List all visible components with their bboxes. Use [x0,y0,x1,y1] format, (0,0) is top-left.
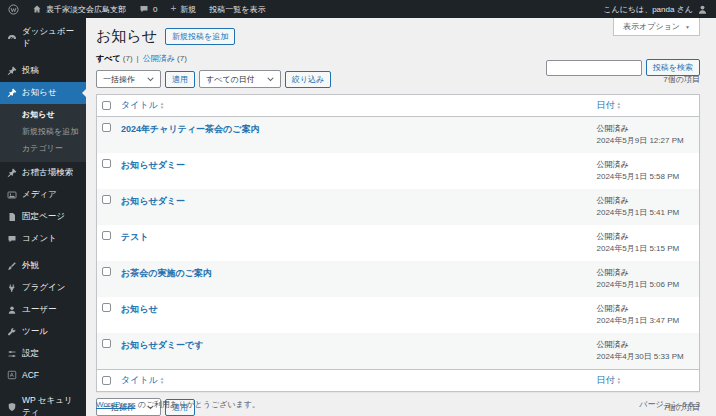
filter-published-link[interactable]: 公開済み (7) [143,53,187,64]
comments-menu[interactable]: 0 [139,4,157,14]
post-title-link[interactable]: 2024年チャリティー茶会のご案内 [121,124,260,134]
sidebar-item-appearance[interactable]: 外観 [0,255,86,277]
shield-icon [7,402,17,412]
footer-thanks: WordPress のご利用ありがとうございます。 [96,399,260,410]
post-status: 公開済み [597,267,695,279]
sort-by-date-footer[interactable]: 日付 ▴▾ [597,374,621,387]
post-title-link[interactable]: お知らせダミー [121,160,185,170]
post-status: 公開済み [597,303,695,315]
post-title-link[interactable]: お知らせ [121,304,158,314]
wordpress-footer-link[interactable]: WordPress [96,400,135,409]
bulk-action-select[interactable]: 一括操作 [96,70,161,88]
table-row: 2024年チャリティー茶会のご案内 公開済み2024年5月9日 12:27 PM [97,117,700,154]
site-name-menu[interactable]: 裏千家淡交会広島支部 [32,4,126,15]
wordpress-logo-icon [8,4,19,15]
post-date: 2024年5月1日 5:06 PM [597,279,695,291]
sort-icon: ▴▾ [618,102,621,109]
sidebar-item-notices[interactable]: お知らせ [0,82,86,104]
sidebar-item-posts[interactable]: 投稿 [0,60,86,82]
comment-bubble-icon [139,4,149,14]
chevron-down-icon [147,77,154,82]
sidebar-item-dashboard[interactable]: ダッシュボード [0,21,86,55]
row-checkbox[interactable] [102,231,111,240]
sidebar-subitem-add-new[interactable]: 新規投稿を追加 [0,123,86,140]
select-all-checkbox-footer[interactable] [102,376,111,385]
admin-bar: 裏千家淡交会広島支部 0 + 新規 投稿一覧を表示 こんにちは、panda さん [0,0,716,18]
new-content-menu[interactable]: + 新規 [170,4,196,15]
select-all-checkbox[interactable] [102,101,111,110]
sidebar-item-media[interactable]: メディア [0,184,86,206]
date-filter-select[interactable]: すべての日付 [199,70,281,88]
sidebar-item-pages[interactable]: 固定ページ [0,206,86,228]
view-posts-link[interactable]: 投稿一覧を表示 [209,4,265,15]
admin-sidebar: ダッシュボード 投稿 お知らせ お知らせ 新規投稿を追加 カテゴリー お稽古場検… [0,18,86,416]
screen-options-tab[interactable]: 表示オプション ▼ [613,18,700,36]
appearance-brush-icon [7,261,17,271]
post-date: 2024年5月1日 5:41 PM [597,207,695,219]
row-checkbox[interactable] [102,195,111,204]
comments-count: 0 [153,5,157,14]
sidebar-item-wp-security[interactable]: WP セキュリティ [0,390,86,416]
users-icon [7,305,17,315]
table-row: お知らせ 公開済み2024年5月1日 3:47 PM [97,297,700,333]
post-status: 公開済み [597,195,695,207]
row-checkbox[interactable] [102,267,111,276]
row-checkbox[interactable] [102,159,111,168]
table-row: お知らせダミーです 公開済み2024年4月30日 5:33 PM [97,333,700,370]
sidebar-item-users[interactable]: ユーザー [0,299,86,321]
apply-button[interactable]: 適用 [165,71,195,88]
footer-version: バージョン 6.5.3 [639,399,700,410]
acf-icon [7,370,17,380]
sidebar-item-tools[interactable]: ツール [0,321,86,343]
chevron-down-icon: ▼ [685,24,690,30]
greeting-text: こんにちは、panda さん [603,4,693,15]
sidebar-subitem-categories[interactable]: カテゴリー [0,140,86,157]
row-checkbox[interactable] [102,303,111,312]
add-new-post-button[interactable]: 新規投稿を追加 [165,28,235,45]
post-date: 2024年5月1日 5:15 PM [597,243,695,255]
post-title-link[interactable]: お知らせダミー [121,196,185,206]
post-date: 2024年4月30日 5:33 PM [597,351,695,363]
notices-submenu: お知らせ 新規投稿を追加 カテゴリー [0,104,86,162]
comments-icon [7,234,17,244]
sidebar-item-settings[interactable]: 設定 [0,343,86,365]
search-input[interactable] [546,60,642,76]
table-row: お知らせダミー 公開済み2024年5月1日 5:58 PM [97,153,700,189]
sort-by-title[interactable]: タイトル ▴▾ [121,99,163,112]
sidebar-subitem-notices-list[interactable]: お知らせ [0,106,86,123]
wordpress-logo-menu[interactable] [8,4,19,15]
sidebar-item-acf[interactable]: ACF [0,365,86,385]
post-date: 2024年5月1日 5:58 PM [597,171,695,183]
post-title-link[interactable]: お茶会の実施のご案内 [121,268,212,278]
table-row: お知らせダミー 公開済み2024年5月1日 5:41 PM [97,189,700,225]
table-row: お茶会の実施のご案内 公開済み2024年5月1日 5:06 PM [97,261,700,297]
filter-button[interactable]: 絞り込み [285,71,331,88]
row-checkbox[interactable] [102,123,111,132]
sidebar-item-comments[interactable]: コメント [0,228,86,250]
post-title-link[interactable]: テスト [121,232,149,242]
sort-by-date[interactable]: 日付 ▴▾ [597,99,621,112]
search-box: 投稿を検索 [546,59,700,76]
avatar [697,4,708,15]
media-icon [7,190,17,200]
sidebar-item-plugins[interactable]: プラグイン [0,277,86,299]
search-posts-button[interactable]: 投稿を検索 [646,59,700,76]
sidebar-item-keikoba-search[interactable]: お稽古場検索 [0,162,86,184]
post-status: 公開済み [597,123,695,135]
pin-icon [7,168,17,178]
my-account-menu[interactable]: こんにちは、panda さん [603,4,708,15]
sort-icon: ▴▾ [618,377,621,384]
post-date: 2024年5月1日 3:47 PM [597,315,695,327]
post-status: 公開済み [597,231,695,243]
row-checkbox[interactable] [102,339,111,348]
chevron-down-icon [267,77,274,82]
plugin-icon [7,283,17,293]
home-icon [32,4,42,14]
filter-all-link[interactable]: すべて (7) [96,53,133,64]
dashboard-icon [7,33,17,43]
sort-by-title-footer[interactable]: タイトル ▴▾ [121,374,163,387]
post-status: 公開済み [597,339,695,351]
sort-icon: ▴▾ [161,102,164,109]
post-title-link[interactable]: お知らせダミーです [121,340,203,350]
pin-icon [7,66,17,76]
